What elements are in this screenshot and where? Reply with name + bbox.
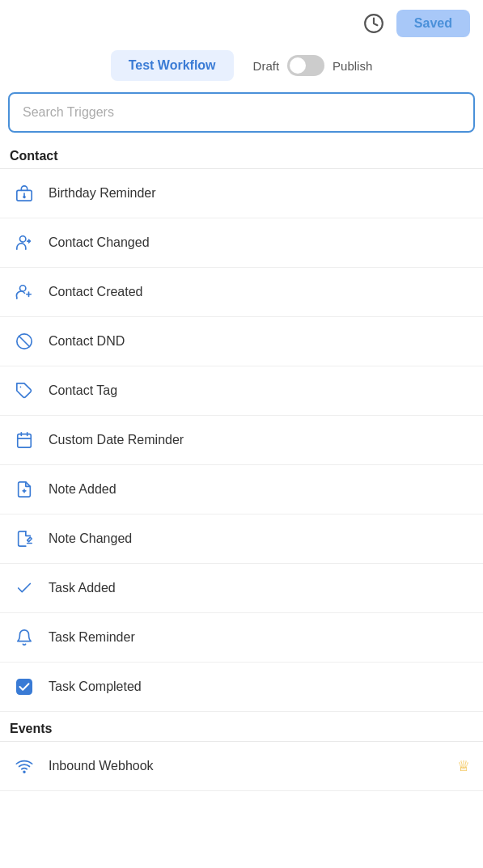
contact-created-icon [13,281,36,303]
list-item[interactable]: Custom Date Reminder [0,416,483,465]
note-changed-label: Note Changed [49,531,132,546]
list-item[interactable]: Birthday Reminder [0,169,483,218]
task-reminder-icon [13,626,36,649]
saved-button[interactable]: Saved [396,10,470,37]
task-added-label: Task Added [49,581,116,595]
list-item[interactable]: Note Changed [0,514,483,564]
list-item[interactable]: Note Added [0,465,483,514]
svg-point-18 [23,771,25,773]
events-section: Events Inbound Webhook ♕ [0,715,483,791]
list-item[interactable]: Contact Created [0,268,483,317]
toolbar: Test Workflow Draft Publish [0,44,483,92]
contact-changed-label: Contact Changed [49,235,150,250]
svg-point-2 [23,197,25,198]
svg-point-4 [20,286,26,291]
search-input[interactable] [8,92,475,133]
top-bar: Saved [0,0,483,44]
draft-publish-toggle[interactable] [287,55,324,76]
test-workflow-button[interactable]: Test Workflow [111,50,234,81]
note-added-icon [13,478,36,501]
list-item[interactable]: Contact Tag [0,366,483,416]
svg-line-8 [19,337,30,347]
note-added-label: Note Added [49,482,117,497]
birthday-reminder-label: Birthday Reminder [49,186,156,201]
task-reminder-label: Task Reminder [49,630,135,645]
search-container [0,92,483,133]
contact-changed-icon [13,231,36,254]
draft-label: Draft [253,59,280,73]
contact-trigger-list: Birthday Reminder Contact Changed [0,168,483,712]
custom-date-reminder-icon [13,429,36,451]
premium-crown-icon: ♕ [457,757,470,775]
inbound-webhook-icon [13,755,36,777]
contact-dnd-label: Contact DND [49,334,125,349]
list-item[interactable]: Task Reminder [0,613,483,663]
note-changed-icon [13,527,36,550]
contact-section-label: Contact [0,142,483,168]
list-item[interactable]: Contact DND [0,317,483,366]
draft-publish-group: Draft Publish [253,55,373,76]
list-item[interactable]: Task Completed [0,663,483,712]
svg-rect-10 [18,434,32,448]
contact-dnd-icon [13,330,36,353]
contact-section: Contact Birthday Reminder [0,142,483,712]
list-item[interactable]: Inbound Webhook ♕ [0,742,483,791]
contact-created-label: Contact Created [49,285,143,299]
custom-date-reminder-label: Custom Date Reminder [49,433,184,447]
list-item[interactable]: Contact Changed [0,218,483,268]
birthday-icon [13,182,36,205]
list-item[interactable]: Task Added [0,564,483,613]
task-completed-icon [13,675,36,698]
svg-point-3 [20,236,26,242]
history-icon[interactable] [361,11,387,36]
events-trigger-list: Inbound Webhook ♕ [0,741,483,791]
events-section-label: Events [0,715,483,741]
contact-tag-label: Contact Tag [49,383,117,398]
contact-tag-icon [13,379,36,402]
task-completed-label: Task Completed [49,680,142,694]
task-added-icon [13,577,36,599]
publish-label: Publish [333,59,372,73]
inbound-webhook-label: Inbound Webhook [49,759,154,773]
